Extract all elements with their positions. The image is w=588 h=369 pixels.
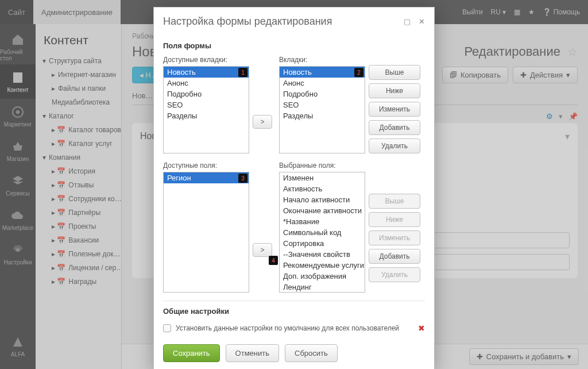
list-item[interactable]: Регион — [164, 172, 249, 183]
available-tabs-list[interactable]: 1 НовостьАнонсПодробноSEOРазделы — [163, 66, 249, 153]
modal-body: Поля формы Доступные вкладки: 1 НовостьА… — [154, 36, 434, 339]
maximize-icon[interactable]: ▢ — [404, 17, 411, 26]
tabs-columns: Доступные вкладки: 1 НовостьАнонсПодробн… — [163, 56, 425, 153]
available-fields-label: Доступные поля: — [163, 162, 249, 170]
edit-button[interactable]: Изменить — [369, 102, 420, 117]
list-item[interactable]: Окончание активности — [280, 205, 365, 216]
common-settings: Общие настройки Установить данные настро… — [163, 301, 425, 335]
list-item[interactable]: Разделы — [164, 110, 249, 121]
annotation-marker: 4 — [269, 256, 278, 265]
list-item[interactable]: Изменен — [280, 172, 365, 183]
modal: Настройка формы редактирования ▢ ✕ Поля … — [153, 7, 435, 369]
up-button: Выше — [369, 194, 420, 209]
list-item[interactable]: Новость — [164, 67, 249, 78]
up-button[interactable]: Выше — [369, 65, 420, 80]
list-item[interactable]: Лендинг — [280, 282, 365, 293]
tab-buttons: Выше Ниже Изменить Добавить Удалить — [369, 65, 424, 153]
delete-button: Удалить — [369, 267, 420, 282]
list-item[interactable]: Символьный код — [280, 227, 365, 238]
list-item[interactable]: Сортировка — [280, 238, 365, 249]
annotation-marker: 2 — [354, 68, 363, 77]
list-item[interactable]: SEO — [164, 99, 249, 110]
reset-button[interactable]: Сбросить — [285, 344, 338, 362]
fields-columns: Доступные поля: 3 Регион > 4 Выбранные п… — [163, 162, 425, 293]
annotation-marker: 1 — [238, 68, 247, 77]
list-item[interactable]: Активность — [280, 183, 365, 194]
available-tabs-label: Доступные вкладки: — [163, 56, 249, 64]
save-button[interactable]: Сохранить — [163, 344, 220, 362]
move-right-button[interactable]: > — [253, 115, 272, 129]
list-item[interactable]: *Название — [280, 216, 365, 227]
down-button: Ниже — [369, 212, 420, 227]
tabs-label: Вкладки: — [279, 56, 365, 64]
available-fields-list[interactable]: 3 Регион — [163, 172, 249, 293]
add-button[interactable]: Добавить — [369, 120, 420, 135]
cancel-button[interactable]: Отменить — [226, 344, 279, 362]
selected-fields-label: Выбранные поля: — [279, 162, 365, 170]
tabs-list[interactable]: 2 НовостьАнонсПодробноSEOРазделы — [279, 66, 365, 153]
down-button[interactable]: Ниже — [369, 83, 420, 98]
list-item[interactable]: Анонс — [164, 78, 249, 89]
modal-title: Настройка формы редактирования — [163, 16, 332, 28]
modal-header: Настройка формы редактирования ▢ ✕ — [154, 7, 434, 36]
list-item[interactable]: Доп. изображения — [280, 271, 365, 282]
list-item[interactable]: Начало активности — [280, 194, 365, 205]
annotation-marker: 3 — [238, 174, 247, 183]
modal-overlay: Настройка формы редактирования ▢ ✕ Поля … — [0, 0, 588, 369]
section-title: Поля формы — [163, 41, 425, 50]
selected-fields-list[interactable]: ИзмененАктивностьНачало активностиОконча… — [279, 172, 365, 293]
list-item[interactable]: SEO — [280, 99, 365, 110]
field-buttons: Выше Ниже Изменить Добавить Удалить — [369, 194, 424, 282]
list-item[interactable]: Подробно — [164, 89, 249, 99]
list-item[interactable]: Разделы — [280, 110, 365, 121]
modal-footer: Сохранить Отменить Сбросить — [154, 339, 434, 369]
list-item[interactable]: --Значения свойств — [280, 249, 365, 260]
list-item[interactable]: Рекомендуемые услуги — [280, 260, 365, 271]
delete-button[interactable]: Удалить — [369, 139, 420, 153]
list-item[interactable]: Анонс — [280, 78, 365, 89]
default-label: Установить данные настройки по умолчанию… — [176, 324, 399, 332]
list-item[interactable]: Новость — [280, 67, 365, 78]
default-checkbox[interactable] — [163, 324, 171, 332]
move-right-button[interactable]: > — [253, 243, 272, 257]
common-title: Общие настройки — [163, 307, 425, 316]
list-item[interactable]: Подробно — [280, 89, 365, 99]
edit-button: Изменить — [369, 230, 420, 245]
close-icon[interactable]: ✕ — [419, 17, 425, 26]
add-button[interactable]: Добавить — [369, 249, 420, 264]
remove-icon[interactable]: ✖ — [418, 324, 425, 333]
